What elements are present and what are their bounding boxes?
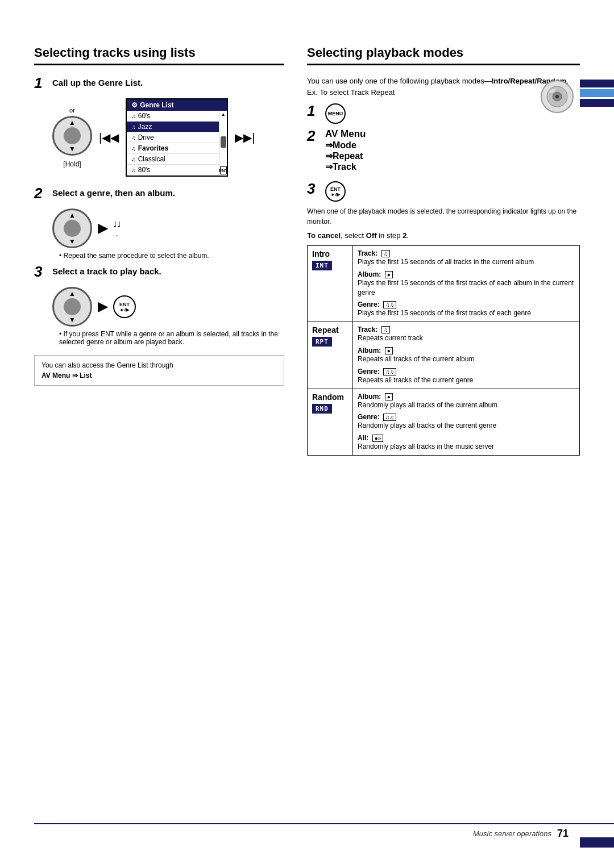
table-row-intro: Intro INT Track: ♫ Plays the first 15 se… xyxy=(308,246,580,322)
genre-icon: ⚙ xyxy=(131,101,138,109)
note-icon-1: ♫ xyxy=(131,113,136,119)
right-step-2-lines: AV Menu ⇒Mode ⇒Repeat ⇒Track xyxy=(325,128,366,172)
info-box-bold: AV Menu ⇒ List xyxy=(42,372,92,379)
repeat-album-icon: ● xyxy=(385,347,393,354)
genre-diagram: or ▲ ▼ [Hold] |◀◀ xyxy=(52,98,284,177)
nav-center xyxy=(64,127,81,144)
genre-list-body: ♫ 60's ♫ Jazz ♫ Drive xyxy=(127,111,227,176)
step3-ent-button: ENT ►/▶ xyxy=(113,295,136,318)
step2-arrow: ▶ xyxy=(98,221,107,236)
random-all-label: All: xyxy=(358,434,371,442)
right-ent-sub: ►/▶ xyxy=(331,192,340,197)
step3-nav-wheel: ▲ ▼ xyxy=(52,287,92,327)
intro-genre-desc: Plays the first 15 seconds of the first … xyxy=(358,308,575,318)
right-column: Selecting playback modes You can use onl… xyxy=(307,45,580,456)
av-menu-list: AV Menu ⇒ List xyxy=(42,372,92,379)
repeat-track-label: Track: xyxy=(358,326,380,333)
cancel-desc: , select Off in step 2. xyxy=(341,231,409,240)
step-3-text: Select a track to play back. xyxy=(52,264,161,276)
ent-sub-text: ►/▶ xyxy=(120,307,129,312)
bar-3 xyxy=(580,99,614,107)
genre-label-drive: Drive xyxy=(138,133,154,141)
intro-album-label: Album: xyxy=(358,270,383,278)
footer-bar xyxy=(580,837,614,848)
repeat-track-icon: ♫ xyxy=(381,326,391,333)
menu-button: MENU xyxy=(325,103,346,124)
ent-text: ENT xyxy=(119,302,130,307)
step3-nav-center xyxy=(64,298,81,315)
right-step-2-num: 2 xyxy=(307,128,321,143)
intro-genre-label: Genre: xyxy=(358,301,381,308)
table-row-repeat: Repeat RPT Track: ♫ Repeats current trac… xyxy=(308,322,580,389)
playback-table: Intro INT Track: ♫ Plays the first 15 se… xyxy=(307,245,580,456)
av-menu-line: AV Menu xyxy=(325,128,366,140)
random-mode-cell: Random RND xyxy=(308,389,353,455)
random-genre-icon: ♫♫ xyxy=(383,414,396,421)
random-badge: RND xyxy=(312,404,332,414)
random-album-label: Album: xyxy=(358,393,383,400)
genre-scrollbar: ▲ ENT xyxy=(219,111,227,176)
right-step-3-num: 3 xyxy=(307,181,321,196)
genre-label-jazz: Jazz xyxy=(138,123,152,131)
scroll-up-icon: ▲ xyxy=(221,112,226,117)
when-text: When one of the playback modes is select… xyxy=(307,206,580,227)
step2-diagram: ▲ ▼ ▶ ♩♩ . . xyxy=(52,208,284,248)
intro-genre-icon: ♫♫ xyxy=(383,301,396,308)
step2-dots: . . xyxy=(113,231,118,237)
genre-item-favorites: ♫ Favorites xyxy=(127,143,219,154)
intro-mode-cell: Intro INT xyxy=(308,246,353,322)
step2-music-indicators: ♩♩ . . xyxy=(113,220,121,237)
right-step-2: 2 AV Menu ⇒Mode ⇒Repeat ⇒Track xyxy=(307,128,580,177)
note-icon-3: ♫ xyxy=(131,135,136,141)
track-line: ⇒Track xyxy=(325,161,366,172)
info-box: You can also access the Genre List throu… xyxy=(34,355,284,386)
right-step-3: 3 ENT ►/▶ xyxy=(307,181,580,202)
repeat-badge: RPT xyxy=(312,337,332,347)
right-ent-label: ENT xyxy=(330,186,341,192)
random-album-icon: ● xyxy=(385,393,393,400)
disc-image xyxy=(540,80,574,114)
table-row-random: Random RND Album: ● Randomly plays all t… xyxy=(308,389,580,455)
intro-track-label: Track: xyxy=(358,249,380,257)
repeat-genre: Genre: ♫♫ Repeats all tracks of the curr… xyxy=(358,368,575,385)
random-album-desc: Randomly plays all tracks of the current… xyxy=(358,400,575,410)
step3-nav-down: ▼ xyxy=(69,316,76,324)
intro-mode-label: Intro xyxy=(312,249,348,258)
genre-item-classical: ♫ Classical xyxy=(127,154,219,165)
step2-music-icon: ♩♩ xyxy=(113,220,121,229)
step-3-number: 3 xyxy=(34,264,48,279)
footer: Music server operations 71 xyxy=(34,823,614,840)
random-genre: Genre: ♫♫ Randomly plays all tracks of t… xyxy=(358,413,575,431)
intro-track-icon: ♫ xyxy=(381,250,391,257)
genre-label-60s: 60's xyxy=(138,112,151,120)
genre-item-80s: ♫ 80's xyxy=(127,165,219,176)
note-icon-2: ♫ xyxy=(131,124,136,130)
genre-list-panel: ⚙ Genre List ♫ 60's ♫ Jazz xyxy=(126,98,228,177)
playback-intro: You can use only one of the following pl… xyxy=(307,76,580,98)
page: Selecting tracks using lists 1 Call up t… xyxy=(0,0,614,868)
intro-album-desc: Plays the first 15 seconds of the first … xyxy=(358,278,575,298)
intro-genre: Genre: ♫♫ Plays the first 15 seconds of … xyxy=(358,301,575,318)
genre-list-header: ⚙ Genre List xyxy=(127,99,227,111)
right-section-title: Selecting playback modes xyxy=(307,45,580,65)
step2-nav-wheel: ▲ ▼ xyxy=(52,208,92,248)
intro-album-icon: ● xyxy=(385,271,393,278)
note-icon-5: ♫ xyxy=(131,156,136,162)
repeat-mode-label: Repeat xyxy=(312,326,348,335)
genre-label-classical: Classical xyxy=(138,155,165,163)
step3-nav-up: ▲ xyxy=(69,290,76,298)
genre-item-60s: ♫ 60's xyxy=(127,111,219,122)
step3-diagram: ▲ ▼ ▶ ENT ►/▶ xyxy=(52,287,284,327)
step-2-text: Select a genre, then an album. xyxy=(52,186,175,198)
mode-line: ⇒Mode xyxy=(325,140,366,151)
random-genre-label: Genre: xyxy=(358,413,381,421)
intro-album: Album: ● Plays the first 15 seconds of t… xyxy=(358,270,575,298)
genre-label-favorites: Favorites xyxy=(138,144,168,152)
hold-label: [Hold] xyxy=(63,160,81,168)
random-all-desc: Randomly plays all tracks in the music s… xyxy=(358,442,575,452)
skip-left-icon: |◀◀ xyxy=(99,131,119,144)
step2-bullet: Repeat the same procedure to select the … xyxy=(59,252,284,260)
left-column: Selecting tracks using lists 1 Call up t… xyxy=(34,45,284,456)
repeat-genre-desc: Repeats all tracks of the current genre xyxy=(358,375,575,385)
step2-nav-center xyxy=(64,220,81,237)
